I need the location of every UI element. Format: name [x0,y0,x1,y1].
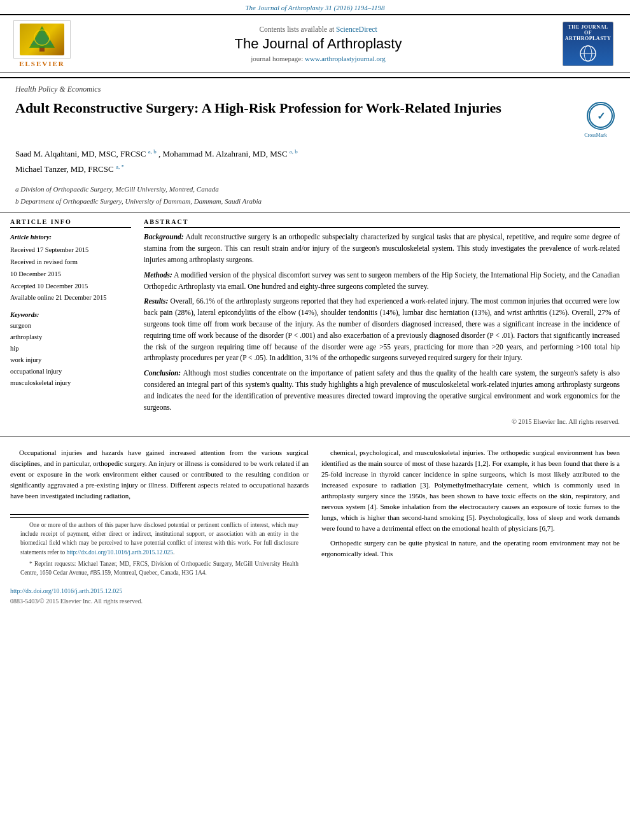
article-history: Article history: Received 17 September 2… [10,232,131,304]
body-right-column: chemical, psychological, and musculoskel… [321,447,620,606]
received-date: Received 17 September 2015 [10,244,131,256]
abstract-methods: Methods: A modified version of the physi… [144,270,620,293]
journal-homepage-line: journal homepage: www.arthroplastyjourna… [80,55,556,62]
footnote-divider [10,514,309,515]
sciencedirect-line: Contents lists available at ScienceDirec… [80,25,556,33]
body-right-text: chemical, psychological, and musculoskel… [321,449,620,532]
author-line-1: Saad M. Alqahtani, MD, MSC, FRCSC a, b ,… [15,147,615,161]
background-label: Background: [144,233,184,241]
elsevier-logo-image [13,20,71,59]
homepage-url[interactable]: www.arthroplastyjournal.org [305,55,386,62]
top-citation: The Journal of Arthroplasty 31 (2016) 11… [0,0,630,14]
author-3-sup: a, * [116,164,124,170]
author-3-name: Michael Tanzer, MD, FRCSC [15,164,114,174]
elsevier-tree-icon [20,24,64,55]
footnote-area: One or more of the authors of this paper… [10,514,309,606]
authors-section: Saad M. Alqahtani, MD, MSC, FRCSC a, b ,… [0,144,630,181]
crossmark-label: CrossMark [577,132,615,138]
body-left-text: Occupational injuries and hazards have g… [10,449,309,500]
footnote-1: One or more of the authors of this paper… [20,521,298,557]
results-text: Overall, 66.1% of the arthroplasty surge… [144,297,620,361]
homepage-prefix: journal homepage: [251,55,305,62]
keyword-1: surgeon [10,320,131,332]
abstract-header: ABSTRACT [144,218,620,228]
logo-icon [578,44,598,64]
keyword-6: musculoskeletal injury [10,377,131,389]
copyright-line: © 2015 Elsevier Inc. All rights reserved… [144,417,620,427]
author-line-2: Michael Tanzer, MD, FRCSC a, * [15,162,615,176]
journal-header: ELSEVIER Contents lists available at Sci… [0,14,630,73]
conclusion-text: Although most studies concentrate on the… [144,369,620,410]
elsevier-logo: ELSEVIER [10,20,74,67]
accepted-date: Accepted 10 December 2015 [10,281,131,292]
body-section: Occupational injuries and hazards have g… [0,442,630,610]
results-label: Results: [144,297,168,305]
logo-line-1: THE JOURNAL OF [566,24,610,36]
footnote-1-link[interactable]: http://dx.doi.org/10.1016/j.arth.2015.12… [67,549,173,556]
keyword-4: work injury [10,354,131,366]
author-2-name: Mohammad M. Alzahrani, MD, MSC [163,149,288,158]
keyword-2: arthroplasty [10,332,131,343]
methods-label: Methods: [144,271,172,279]
affiliations-section: a Division of Orthopaedic Surgery, McGil… [0,181,630,213]
journal-title: The Journal of Arthroplasty [80,36,556,52]
affiliation-2: b Department of Orthopaedic Surgery, Uni… [15,196,615,207]
doi-link[interactable]: http://dx.doi.org/10.1016/j.arth.2015.12… [10,586,309,596]
arthroplasty-journal-logo: THE JOURNAL OF ARTHROPLASTY [563,22,620,66]
section-divider [0,437,630,437]
author-1-name: Saad M. Alqahtani, MD, MSC, FRCSC [15,149,146,158]
revised-label: Received in revised form [10,256,131,268]
elsevier-tree-svg [23,25,61,54]
keywords-section: Keywords: surgeon arthroplasty hip work … [10,311,131,388]
issn-line: 0883-5403/© 2015 Elsevier Inc. All right… [10,596,309,606]
doi-section: http://dx.doi.org/10.1016/j.arth.2015.12… [10,586,309,606]
history-label: Article history: [10,232,131,243]
footnote-section: One or more of the authors of this paper… [10,517,309,583]
keywords-label: Keywords: [10,311,131,318]
article-info-header: ARTICLE INFO [10,218,131,228]
keyword-5: occupational injury [10,366,131,377]
affiliation-1: a Division of Orthopaedic Surgery, McGil… [15,184,615,195]
svg-text:✓: ✓ [597,111,605,122]
footnote-2: * Reprint requests: Michael Tanzer, MD, … [20,559,298,578]
keyword-3: hip [10,343,131,354]
revised-date: 10 December 2015 [10,269,131,280]
crossmark-icon: ✓ [587,102,615,130]
header-center: Contents lists available at ScienceDirec… [80,25,556,62]
abstract-col: ABSTRACT Background: Adult reconstructiv… [144,218,620,427]
body-para-1: Occupational injuries and hazards have g… [10,447,309,501]
body-para-right-2: Orthopedic surgery can be quite physical… [321,538,620,559]
abstract-conclusion: Conclusion: Although most studies concen… [144,368,620,413]
conclusion-label: Conclusion: [144,369,181,377]
footnote-2-text: * Reprint requests: Michael Tanzer, MD, … [20,561,298,576]
abstract-text: Background: Adult reconstructive surgery… [144,232,620,427]
body-para-right-1: chemical, psychological, and musculoskel… [321,447,620,534]
sciencedirect-link[interactable]: ScienceDirect [336,25,377,33]
sciencedirect-prefix: Contents lists available at [259,25,336,33]
online-date: Available online 21 December 2015 [10,292,131,304]
abstract-results: Results: Overall, 66.1% of the arthropla… [144,296,620,364]
background-text: Adult reconstructive surgery is an ortho… [144,233,620,263]
body-left-column: Occupational injuries and hazards have g… [10,447,309,606]
crossmark-badge: ✓ CrossMark [577,99,615,138]
article-title-section: Adult Reconstructive Surgery: A High-Ris… [0,97,630,144]
section-label: Health Policy & Economics [0,77,630,97]
methods-text: A modified version of the physical disco… [144,271,620,290]
elsevier-text: ELSEVIER [19,60,65,67]
abstract-background: Background: Adult reconstructive surgery… [144,232,620,265]
citation-text: The Journal of Arthroplasty 31 (2016) 11… [246,4,385,11]
article-info-col: ARTICLE INFO Article history: Received 1… [10,218,131,427]
logo-line-2: ARTHROPLASTY [565,36,611,41]
arthroplasty-logo-image: THE JOURNAL OF ARTHROPLASTY [563,22,613,66]
author-1-sup: a, b [148,148,157,155]
article-title: Adult Reconstructive Surgery: A High-Ris… [15,99,501,118]
body-right-text-2: Orthopedic surgery can be quite physical… [321,539,620,557]
info-abstract-section: ARTICLE INFO Article history: Received 1… [0,213,630,431]
author-2-sup: a, b [290,148,298,155]
